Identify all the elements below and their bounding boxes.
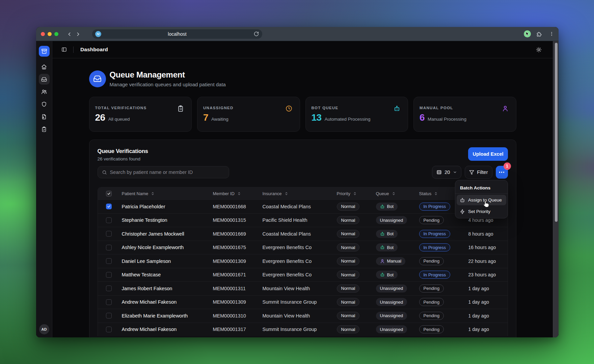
scrollbar-thumb[interactable]: [555, 43, 558, 222]
row-checkbox[interactable]: [106, 245, 112, 250]
minimize-button[interactable]: [48, 32, 52, 36]
search-input[interactable]: [110, 170, 225, 175]
column-header-insurance[interactable]: Insurance: [263, 191, 337, 196]
patient-name: Stephanie Testington: [122, 217, 213, 223]
menu-item-label: Set Priority: [468, 209, 490, 214]
queue-label: Manual: [387, 259, 402, 264]
patient-name: Andrew Michael Fakeson: [122, 327, 213, 332]
updated-time: 1 day ago: [468, 286, 508, 291]
queue-verifications-panel: Queue Verifications 26 verifications fou…: [89, 140, 516, 337]
reload-icon[interactable]: [254, 31, 259, 38]
column-header-queue[interactable]: Queue: [376, 191, 419, 196]
filter-button[interactable]: Filter: [465, 166, 492, 179]
row-checkbox[interactable]: [106, 285, 112, 291]
row-checkbox[interactable]: [106, 217, 112, 223]
inbox-icon: [41, 77, 47, 82]
member-id: MEM00001309: [213, 299, 263, 305]
stat-value-row: 13Automated Processing: [312, 112, 402, 123]
sidebar-toggle-icon[interactable]: [61, 47, 67, 52]
priority-cell: Normal: [337, 203, 376, 211]
stat-label: TOTAL VERIFICATIONS: [95, 106, 186, 110]
sidebar-item-tasks[interactable]: [39, 124, 50, 134]
close-button[interactable]: [41, 32, 45, 36]
table-body: Patricia PlaceholderMEM00001668Coastal M…: [98, 200, 508, 336]
sidebar-item-files[interactable]: [39, 111, 50, 122]
queue-cell: Bot: [376, 271, 419, 279]
priority-badge: Normal: [337, 257, 360, 265]
menu-items: Assign to QueueSet Priority: [457, 195, 506, 217]
user-avatar[interactable]: AD: [39, 324, 49, 334]
inbox-icon: [89, 70, 106, 87]
maximize-button[interactable]: [54, 32, 58, 36]
app-logo[interactable]: [39, 46, 50, 57]
mouse-cursor-hand: [482, 201, 489, 209]
page-size-select[interactable]: 20: [432, 166, 461, 179]
forward-button[interactable]: [75, 27, 81, 41]
row-checkbox[interactable]: [106, 299, 112, 305]
users-icon: [41, 89, 47, 95]
queue-label: Unassigned: [380, 327, 403, 332]
updated-time: 1 day ago: [468, 313, 508, 318]
column-header-priority[interactable]: Priority: [337, 191, 376, 196]
table-row[interactable]: Stephanie TestingtonMEM00001315Pacific S…: [98, 213, 508, 227]
member-id: MEM00001668: [213, 204, 263, 209]
batch-actions-button-wrap: 1: [496, 166, 508, 179]
member-id: MEM00001309: [213, 259, 263, 264]
queue-cell: Bot: [376, 203, 419, 211]
table-row[interactable]: Patricia PlaceholderMEM00001668Coastal M…: [98, 200, 508, 213]
column-header-member-id[interactable]: Member ID: [213, 191, 263, 196]
table-row[interactable]: Matthew TestcaseMEM00001671Evergreen Ben…: [98, 268, 508, 282]
sidebar-item-inbox[interactable]: [39, 74, 50, 85]
priority-cell: Normal: [337, 243, 376, 251]
table-row[interactable]: Ashley Nicole ExampleworthMEM00001675Eve…: [98, 241, 508, 254]
queue-cell: Unassigned: [376, 284, 419, 293]
bot-icon: [380, 204, 385, 209]
menu-item-assign-to-queue[interactable]: Assign to Queue: [457, 195, 506, 205]
sort-icon: [353, 191, 357, 196]
column-header-patient-name[interactable]: Patient Name: [122, 191, 213, 196]
table-row[interactable]: Christopher James MockwellMEM00001669Coa…: [98, 227, 508, 241]
sidebar-item-home[interactable]: [39, 61, 50, 72]
queue-label: Bot: [387, 204, 394, 209]
member-id: MEM00001315: [213, 217, 263, 223]
row-checkbox-cell: [98, 245, 122, 250]
queue-badge: Unassigned: [376, 216, 407, 224]
row-checkbox[interactable]: [106, 272, 112, 278]
file-route-icon: [41, 114, 47, 120]
select-all-checkbox[interactable]: [106, 191, 112, 196]
table-row[interactable]: Daniel Lee SamplesonMEM00001309Evergreen…: [98, 254, 508, 268]
sidebar-item-users[interactable]: [39, 86, 50, 97]
row-checkbox[interactable]: [106, 231, 112, 237]
panel-title: Queue Verifications: [98, 147, 148, 155]
row-checkbox[interactable]: [106, 313, 112, 318]
table-row[interactable]: Andrew Michael FakesonMEM00001309Summit …: [98, 295, 508, 309]
menu-item-set-priority[interactable]: Set Priority: [457, 206, 506, 217]
insurance: Summit Insurance Group: [263, 299, 337, 305]
row-checkbox[interactable]: [106, 327, 112, 332]
status-badge: In Progress: [419, 203, 450, 211]
sidebar-item-shield[interactable]: [39, 99, 50, 110]
profile-avatar[interactable]: [524, 30, 531, 37]
row-checkbox[interactable]: [106, 258, 112, 264]
extensions-icon[interactable]: [536, 31, 542, 38]
page-size-value: 20: [444, 170, 450, 175]
queue-badge: Unassigned: [376, 312, 407, 320]
address-bar[interactable]: IV localhost: [92, 29, 262, 39]
browser-menu-icon[interactable]: [549, 31, 554, 38]
upload-excel-button[interactable]: Upload Excel: [468, 147, 508, 161]
table-row[interactable]: Andrew Michael FakesonMEM00001317Summit …: [98, 323, 508, 336]
back-button[interactable]: [66, 27, 72, 41]
queue-label: Unassigned: [380, 300, 403, 305]
table-row[interactable]: Elizabeth Marie ExampleworthMEM00001310M…: [98, 309, 508, 323]
browser-window: IV localhost AD: [36, 27, 559, 337]
row-checkbox[interactable]: [106, 204, 112, 209]
scrollbar-track[interactable]: [553, 41, 559, 337]
theme-toggle-icon[interactable]: [536, 47, 542, 53]
patient-name: James Robert Fakeson: [122, 286, 213, 291]
sort-icon: [284, 191, 289, 196]
stat-label: UNASSIGNED: [203, 106, 294, 110]
insurance: Coastal Medical Plans: [263, 231, 337, 237]
member-id: MEM00001675: [213, 245, 263, 250]
stat-sublabel: Automated Processing: [325, 117, 371, 122]
table-row[interactable]: James Robert FakesonMEM00001311Mountain …: [98, 281, 508, 295]
